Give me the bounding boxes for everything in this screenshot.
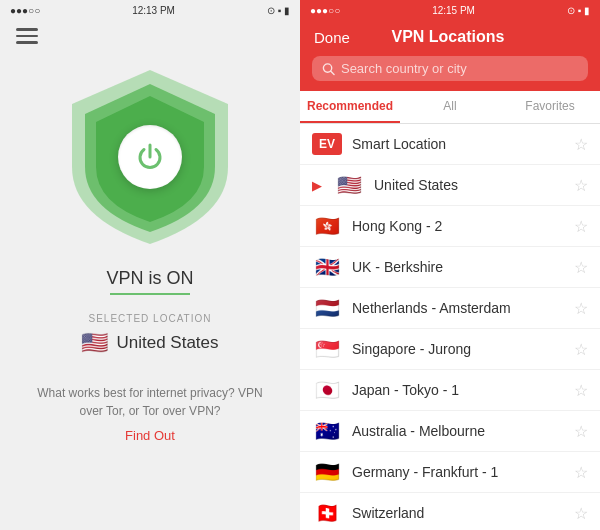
location-flag: 🇺🇸 <box>334 174 364 196</box>
promo-text: What works best for internet privacy? VP… <box>0 384 300 420</box>
hamburger-menu[interactable] <box>16 28 38 44</box>
list-item[interactable]: 🇸🇬 Singapore - Jurong ☆ <box>300 329 600 370</box>
location-name: Japan - Tokyo - 1 <box>352 382 564 398</box>
vpn-status-text: VPN is ON <box>106 268 193 289</box>
tab-recommended[interactable]: Recommended <box>300 91 400 123</box>
favorite-star[interactable]: ☆ <box>574 258 588 277</box>
location-name: Smart Location <box>352 136 564 152</box>
selected-flag: 🇺🇸 <box>81 330 108 356</box>
right-header: Done VPN Locations <box>300 20 600 56</box>
search-wrapper <box>312 56 588 81</box>
location-flag: 🇸🇬 <box>312 338 342 360</box>
list-item[interactable]: 🇭🇰 Hong Kong - 2 ☆ <box>300 206 600 247</box>
svg-line-1 <box>331 71 334 74</box>
shield-container <box>60 62 240 252</box>
location-name: UK - Berkshire <box>352 259 564 275</box>
right-time: 12:15 PM <box>432 5 475 16</box>
location-flag: 🇭🇰 <box>312 215 342 237</box>
location-name: Switzerland <box>352 505 564 521</box>
locations-list: EV Smart Location ☆ ▶ 🇺🇸 United States ☆… <box>300 124 600 530</box>
done-button[interactable]: Done <box>314 29 350 46</box>
list-item[interactable]: 🇯🇵 Japan - Tokyo - 1 ☆ <box>300 370 600 411</box>
smart-location-icon: EV <box>312 133 342 155</box>
location-name: Germany - Frankfurt - 1 <box>352 464 564 480</box>
location-flag: 🇩🇪 <box>312 461 342 483</box>
favorite-star[interactable]: ☆ <box>574 299 588 318</box>
location-name: Australia - Melbourne <box>352 423 564 439</box>
list-item[interactable]: 🇬🇧 UK - Berkshire ☆ <box>300 247 600 288</box>
power-icon <box>134 141 166 173</box>
location-flag: 🇨🇭 <box>312 502 342 524</box>
selected-location-name: United States <box>116 333 218 353</box>
favorite-star[interactable]: ☆ <box>574 504 588 523</box>
search-input[interactable] <box>341 61 578 76</box>
list-item[interactable]: EV Smart Location ☆ <box>300 124 600 165</box>
selected-location-label: SELECTED LOCATION <box>89 313 212 324</box>
search-icon <box>322 62 335 76</box>
left-time: 12:13 PM <box>132 5 175 16</box>
location-name: Hong Kong - 2 <box>352 218 564 234</box>
list-item[interactable]: 🇳🇱 Netherlands - Amsterdam ☆ <box>300 288 600 329</box>
expand-icon: ▶ <box>312 178 322 193</box>
favorite-star[interactable]: ☆ <box>574 381 588 400</box>
tab-favorites[interactable]: Favorites <box>500 91 600 123</box>
right-icons: ⊙ ▪ ▮ <box>567 5 590 16</box>
power-button[interactable] <box>118 125 182 189</box>
right-panel: ●●●○○ 12:15 PM ⊙ ▪ ▮ Done VPN Locations … <box>300 0 600 530</box>
location-name: Singapore - Jurong <box>352 341 564 357</box>
location-flag: 🇳🇱 <box>312 297 342 319</box>
left-nav <box>0 20 300 52</box>
tab-all[interactable]: All <box>400 91 500 123</box>
list-item[interactable]: 🇨🇭 Switzerland ☆ <box>300 493 600 530</box>
location-flag: 🇬🇧 <box>312 256 342 278</box>
location-name: United States <box>374 177 564 193</box>
search-bar <box>300 56 600 91</box>
right-status-bar: ●●●○○ 12:15 PM ⊙ ▪ ▮ <box>300 0 600 20</box>
favorite-star[interactable]: ☆ <box>574 340 588 359</box>
location-name: Netherlands - Amsterdam <box>352 300 564 316</box>
header-title: VPN Locations <box>391 28 504 46</box>
list-item[interactable]: 🇦🇺 Australia - Melbourne ☆ <box>300 411 600 452</box>
left-panel: ●●●○○ 12:13 PM ⊙ ▪ ▮ VPN is ON SELECTED … <box>0 0 300 530</box>
favorite-star[interactable]: ☆ <box>574 217 588 236</box>
vpn-status-line <box>110 293 190 295</box>
favorite-star[interactable]: ☆ <box>574 176 588 195</box>
list-item[interactable]: ▶ 🇺🇸 United States ☆ <box>300 165 600 206</box>
right-signal: ●●●○○ <box>310 5 340 16</box>
left-icons: ⊙ ▪ ▮ <box>267 5 290 16</box>
location-flag: 🇦🇺 <box>312 420 342 442</box>
find-out-link[interactable]: Find Out <box>125 428 175 443</box>
tabs: Recommended All Favorites <box>300 91 600 124</box>
favorite-star[interactable]: ☆ <box>574 422 588 441</box>
favorite-star[interactable]: ☆ <box>574 463 588 482</box>
left-status-bar: ●●●○○ 12:13 PM ⊙ ▪ ▮ <box>0 0 300 20</box>
selected-location: 🇺🇸 United States <box>81 330 218 356</box>
favorite-star[interactable]: ☆ <box>574 135 588 154</box>
location-flag: 🇯🇵 <box>312 379 342 401</box>
left-signal: ●●●○○ <box>10 5 40 16</box>
list-item[interactable]: 🇩🇪 Germany - Frankfurt - 1 ☆ <box>300 452 600 493</box>
